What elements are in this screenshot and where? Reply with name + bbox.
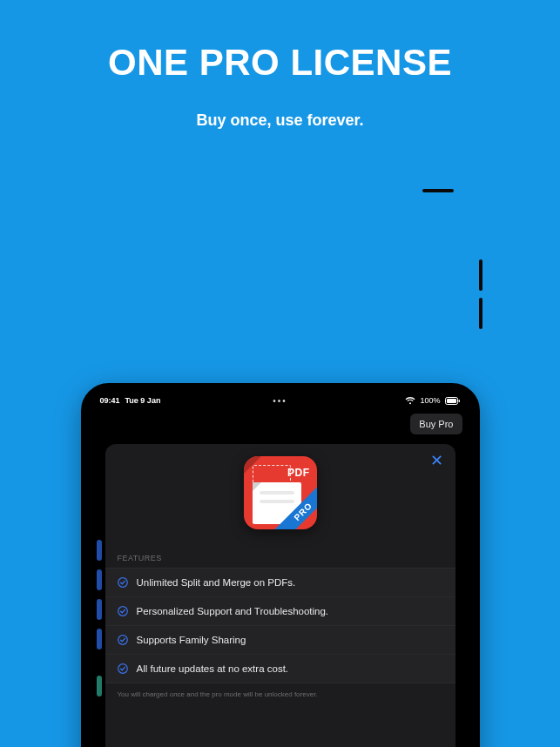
background-action-hint bbox=[97, 569, 102, 590]
background-action-hint bbox=[97, 676, 102, 697]
feature-text: Supports Family Sharing bbox=[137, 635, 246, 645]
hero-title: ONE PRO LICENSE bbox=[0, 42, 560, 84]
app-topbar: Buy Pro bbox=[90, 409, 471, 439]
status-bar: 09:41 Tue 9 Jan ••• 100% bbox=[90, 392, 471, 409]
svg-point-6 bbox=[118, 664, 127, 674]
svg-point-5 bbox=[118, 636, 127, 645]
status-date: Tue 9 Jan bbox=[125, 396, 161, 405]
background-action-hint bbox=[97, 629, 102, 649]
device-volume-down bbox=[479, 298, 482, 329]
background-action-hint bbox=[97, 599, 102, 620]
purchase-disclaimer: You will charged once and the pro mode w… bbox=[105, 683, 455, 698]
feature-row: Supports Family Sharing bbox=[105, 625, 455, 654]
feature-row: Unlimited Split and Merge on PDFs. bbox=[105, 568, 455, 596]
svg-point-3 bbox=[118, 578, 127, 588]
feature-row: All future updates at no extra cost. bbox=[105, 654, 455, 683]
features-list: Unlimited Split and Merge on PDFs. Perso… bbox=[105, 568, 455, 683]
device-power-button bbox=[422, 189, 454, 192]
hero-subtitle: Buy once, use forever. bbox=[0, 111, 560, 130]
close-button[interactable]: ✕ bbox=[427, 451, 447, 470]
status-time: 09:41 bbox=[100, 396, 120, 405]
status-battery-pct: 100% bbox=[420, 396, 440, 405]
feature-text: Personalized Support and Troubleshooting… bbox=[137, 606, 329, 616]
features-header: FEATURES bbox=[105, 554, 455, 568]
app-icon-pdf-label: PDF bbox=[287, 467, 310, 479]
battery-icon bbox=[445, 397, 461, 405]
svg-point-4 bbox=[118, 607, 127, 616]
feature-text: All future updates at no extra cost. bbox=[137, 663, 289, 674]
check-circle-icon bbox=[118, 663, 128, 674]
app-icon: PDF PRO bbox=[244, 456, 317, 529]
svg-rect-2 bbox=[458, 400, 460, 402]
background-action-hint bbox=[97, 540, 102, 561]
multitask-dots-icon: ••• bbox=[273, 396, 287, 406]
svg-rect-1 bbox=[447, 399, 456, 403]
check-circle-icon bbox=[118, 635, 128, 645]
feature-row: Personalized Support and Troubleshooting… bbox=[105, 596, 455, 625]
buy-pro-button[interactable]: Buy Pro bbox=[410, 414, 462, 434]
wifi-icon bbox=[405, 397, 415, 405]
device-screen: 09:41 Tue 9 Jan ••• 100% Buy Pro bbox=[90, 392, 471, 747]
device-frame: 09:41 Tue 9 Jan ••• 100% Buy Pro bbox=[81, 192, 480, 723]
check-circle-icon bbox=[118, 577, 128, 588]
feature-text: Unlimited Split and Merge on PDFs. bbox=[137, 577, 296, 588]
close-icon: ✕ bbox=[430, 452, 443, 469]
purchase-sheet: ✕ PDF PRO FEATURES U bbox=[105, 444, 455, 747]
device-volume-up bbox=[479, 259, 482, 291]
check-circle-icon bbox=[118, 606, 128, 616]
